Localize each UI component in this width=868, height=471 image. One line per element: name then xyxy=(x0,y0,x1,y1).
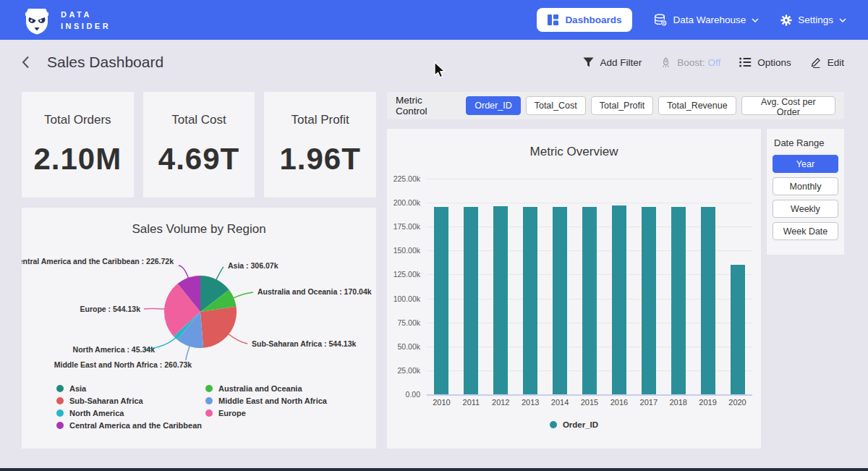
bar-slot xyxy=(486,179,516,394)
rocket-icon xyxy=(660,57,671,68)
x-axis-label: 2018 xyxy=(663,398,693,407)
x-axis-label: 2011 xyxy=(456,398,486,407)
bar-2016[interactable] xyxy=(612,205,626,394)
main-content: Total Orders 2.10M Total Cost 4.69T Tota… xyxy=(0,85,868,449)
back-button[interactable] xyxy=(22,56,30,69)
x-axis-label: 2019 xyxy=(693,398,723,407)
bar-slot xyxy=(634,179,663,394)
options-button[interactable]: Options xyxy=(739,57,791,68)
pie-label-asia: Asia : 306.07k xyxy=(228,261,278,270)
metric-button-avg-cost-per-order[interactable]: Avg. Cost per Order xyxy=(741,96,835,115)
legend-dot xyxy=(56,410,64,417)
pie-leader-line xyxy=(232,292,253,298)
bar-slot xyxy=(663,179,693,394)
bar-2015[interactable] xyxy=(582,207,597,394)
y-axis-tick: 150.00k xyxy=(393,246,420,255)
boost-toggle[interactable]: Boost: Off xyxy=(660,57,720,68)
legend-item-north-america[interactable]: North America xyxy=(56,409,205,417)
legend-item-central-america-and-the-caribbean[interactable]: Central America and the Caribbean xyxy=(56,421,205,430)
metric-button-total-cost[interactable]: Total_Cost xyxy=(526,96,586,115)
pie-leader-line xyxy=(179,266,189,279)
legend-item-sub-saharan-africa[interactable]: Sub-Saharan Africa xyxy=(56,396,205,405)
x-axis-label: 2017 xyxy=(634,398,663,407)
legend-item-europe[interactable]: Europe xyxy=(205,409,372,417)
pie-legend: AsiaAustralia and OceaniaSub-Saharan Afr… xyxy=(56,384,372,430)
y-axis-tick: 25.00k xyxy=(397,366,420,375)
pie-label-north-america: North America : 45.34k xyxy=(73,345,156,354)
legend-dot xyxy=(205,410,213,417)
x-axis-label: 2013 xyxy=(516,398,545,407)
pie-leader-line xyxy=(216,267,224,281)
x-axis-label: 2020 xyxy=(723,398,752,407)
bar-2010[interactable] xyxy=(434,207,448,394)
bar-slot xyxy=(723,179,752,394)
legend-item-asia[interactable]: Asia xyxy=(56,384,205,393)
bar-slot xyxy=(427,179,456,394)
data-warehouse-label: Data Warehouse xyxy=(673,14,746,25)
gridline xyxy=(427,394,752,396)
pie-label-australia-and-oceania: Australia and Oceania : 170.04k xyxy=(258,287,372,296)
legend-dot xyxy=(550,421,557,428)
legend-label: North America xyxy=(69,409,124,417)
pie-chart-title: Sales Volume by Region xyxy=(22,208,376,237)
edit-button[interactable]: Edit xyxy=(810,56,844,68)
kpi-card-total-cost: Total Cost 4.69T xyxy=(143,92,255,198)
bar-slot xyxy=(516,179,545,394)
metric-button-total-revenue[interactable]: Total_Revenue xyxy=(658,96,736,115)
kpi-card-total-orders: Total Orders 2.10M xyxy=(22,92,134,198)
bar-2012[interactable] xyxy=(493,206,508,394)
date-range-button-week-date[interactable]: Week Date xyxy=(773,222,838,240)
bar-chart-card: Metric Overview 225.00k200.00k175.00k150… xyxy=(387,129,761,449)
edit-pencil-icon xyxy=(810,56,822,68)
bar-2018[interactable] xyxy=(671,207,686,394)
date-range-label: Date Range xyxy=(774,137,838,148)
metric-button-total-profit[interactable]: Total_Profit xyxy=(591,96,654,115)
plot-area xyxy=(427,179,752,394)
y-axis-tick: 225.00k xyxy=(393,174,420,183)
settings-menu[interactable]: Settings xyxy=(780,14,846,26)
date-range-button-year[interactable]: Year xyxy=(773,155,838,173)
y-axis-tick: 75.00k xyxy=(397,318,420,327)
add-filter-button[interactable]: Add Filter xyxy=(583,57,642,68)
dashboards-button[interactable]: Dashboards xyxy=(537,8,632,32)
y-axis-tick: 0.00 xyxy=(406,390,420,399)
bar-chart-legend[interactable]: Order_ID xyxy=(387,420,761,429)
date-range-button-monthly[interactable]: Monthly xyxy=(773,177,838,195)
gear-icon xyxy=(780,14,792,26)
bar-2019[interactable] xyxy=(701,207,715,394)
x-axis-label: 2010 xyxy=(427,398,456,407)
pie-slice-sub-saharan-africa[interactable] xyxy=(200,307,237,348)
edit-label: Edit xyxy=(827,57,844,68)
bar-2011[interactable] xyxy=(464,207,478,394)
owl-logo-icon xyxy=(22,5,52,35)
x-axis: 2010201120122013201420152016201720182019… xyxy=(427,398,752,407)
add-filter-label: Add Filter xyxy=(600,57,642,68)
kpi-label: Total Profit xyxy=(292,113,349,127)
pie-leader-line xyxy=(144,309,166,310)
dashboards-label: Dashboards xyxy=(565,14,621,25)
boost-label: Boost: xyxy=(677,57,705,68)
kpi-value: 4.69T xyxy=(158,142,239,177)
x-axis-label: 2012 xyxy=(486,398,516,407)
kpi-label: Total Orders xyxy=(44,113,111,127)
legend-item-middle-east-and-north-africa[interactable]: Middle East and North Africa xyxy=(205,396,372,405)
options-list-icon xyxy=(739,57,752,67)
date-range-button-weekly[interactable]: Weekly xyxy=(773,200,838,218)
bar-2020[interactable] xyxy=(731,265,745,394)
legend-dot xyxy=(56,422,64,429)
filter-funnel-icon xyxy=(583,57,594,67)
legend-item-australia-and-oceania[interactable]: Australia and Oceania xyxy=(205,384,372,393)
metric-control-label: Metric Control xyxy=(396,95,456,116)
x-axis-label: 2014 xyxy=(545,398,575,407)
bar-2013[interactable] xyxy=(523,207,537,394)
legend-label: Europe xyxy=(218,409,246,417)
pie-leader-line xyxy=(186,345,190,360)
data-warehouse-menu[interactable]: Data Warehouse xyxy=(654,14,759,26)
bar-2014[interactable] xyxy=(553,207,567,394)
y-axis-tick: 50.00k xyxy=(397,342,420,351)
metric-button-order-id[interactable]: Order_ID xyxy=(466,96,520,115)
chevron-down-icon xyxy=(839,18,846,22)
legend-label: Sub-Saharan Africa xyxy=(69,396,143,405)
chevron-down-icon xyxy=(752,18,759,22)
bar-2017[interactable] xyxy=(642,207,656,394)
